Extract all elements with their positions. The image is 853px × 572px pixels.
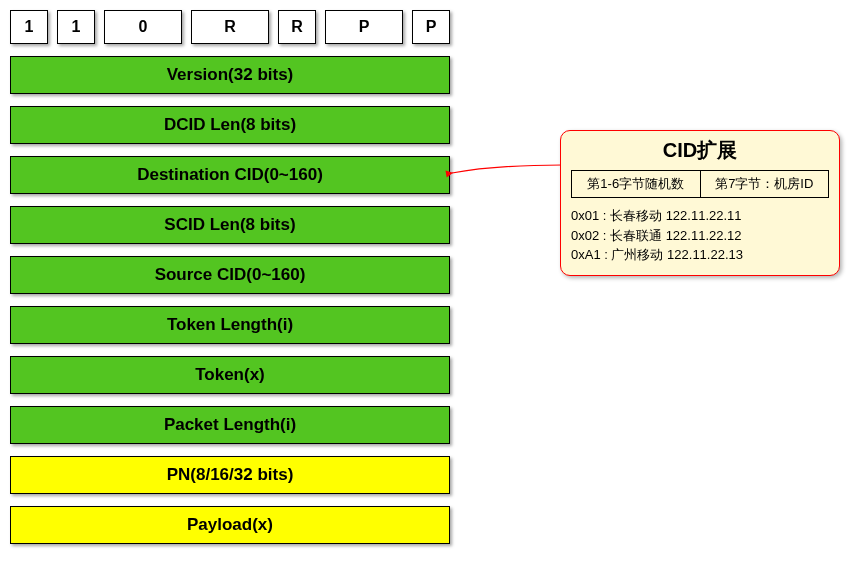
callout-arrow (440, 155, 570, 215)
field-destination-cid: Destination CID(0~160) (10, 156, 450, 194)
field-scid-len: SCID Len(8 bits) (10, 206, 450, 244)
panel-line-0: 0x01 : 长春移动 122.11.22.11 (571, 206, 829, 226)
field-token-length: Token Length(i) (10, 306, 450, 344)
field-pn: PN(8/16/32 bits) (10, 456, 450, 494)
panel-line-1: 0x02 : 长春联通 122.11.22.12 (571, 226, 829, 246)
bit-2: 0 (104, 10, 182, 44)
field-payload: Payload(x) (10, 506, 450, 544)
panel-col2: 第7字节：机房ID (701, 171, 829, 197)
field-dcid-len: DCID Len(8 bits) (10, 106, 450, 144)
bit-3: R (191, 10, 269, 44)
bit-1: 1 (57, 10, 95, 44)
packet-structure: 1 1 0 R R P P Version(32 bits) DCID Len(… (10, 10, 450, 556)
bit-5: P (325, 10, 403, 44)
bit-4: R (278, 10, 316, 44)
panel-title: CID扩展 (571, 137, 829, 164)
bit-0: 1 (10, 10, 48, 44)
panel-line-2: 0xA1 : 广州移动 122.11.22.13 (571, 245, 829, 265)
field-source-cid: Source CID(0~160) (10, 256, 450, 294)
panel-table: 第1-6字节随机数 第7字节：机房ID (571, 170, 829, 198)
field-version: Version(32 bits) (10, 56, 450, 94)
bit-6: P (412, 10, 450, 44)
header-bits-row: 1 1 0 R R P P (10, 10, 450, 44)
field-packet-length: Packet Length(i) (10, 406, 450, 444)
cid-extension-panel: CID扩展 第1-6字节随机数 第7字节：机房ID 0x01 : 长春移动 12… (560, 130, 840, 276)
panel-col1: 第1-6字节随机数 (572, 171, 701, 197)
field-token: Token(x) (10, 356, 450, 394)
